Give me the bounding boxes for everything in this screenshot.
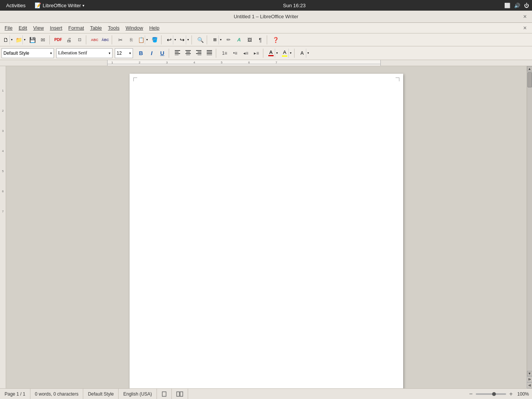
find-icon: 🔍: [197, 37, 204, 43]
print-preview-icon: ⊡: [78, 37, 81, 42]
undo-button[interactable]: ↩ ▾: [165, 35, 177, 45]
help-button[interactable]: ❓: [271, 35, 280, 45]
align-left-button[interactable]: [173, 48, 182, 58]
increase-indent-button[interactable]: ▸≡: [252, 48, 261, 58]
export-pdf-button[interactable]: PDF: [53, 35, 63, 45]
document-content[interactable]: [130, 74, 403, 370]
find-button[interactable]: 🔍: [195, 35, 205, 45]
char-style-arrow-icon: ▾: [306, 49, 310, 58]
autospellcheck-icon: ÃBC: [101, 38, 109, 42]
title-close-button[interactable]: ×: [521, 13, 529, 21]
bold-label: B: [139, 50, 143, 56]
autospellcheck-button[interactable]: ÃBC: [100, 35, 110, 45]
toolbar2-separator-2: [216, 49, 218, 58]
sidebar-collapse-button[interactable]: ⊳: [527, 376, 532, 382]
email-icon: ✉: [41, 37, 45, 43]
highlight-arrow-icon: ▾: [288, 49, 292, 58]
justify-button[interactable]: [204, 48, 214, 58]
character-style-icon: A: [298, 49, 306, 58]
scroll-down-button[interactable]: ▼: [527, 371, 532, 376]
draw-button[interactable]: ✏: [223, 35, 233, 45]
open-button[interactable]: 📁 ▾: [14, 35, 27, 45]
align-center-button[interactable]: [183, 48, 193, 58]
spellcheck-button[interactable]: ABC: [90, 35, 100, 45]
clone-format-button[interactable]: 🪣: [150, 35, 160, 45]
underline-button[interactable]: U: [157, 48, 167, 58]
print-button[interactable]: 🖨: [64, 35, 74, 45]
menu-format[interactable]: Format: [65, 24, 87, 32]
font-color-arrow-icon: ▾: [275, 49, 279, 58]
layout-single-icon[interactable]: [157, 389, 172, 399]
activities-button[interactable]: Activities: [3, 3, 28, 8]
svg-rect-18: [180, 392, 183, 396]
numbered-list-button[interactable]: 1≡: [220, 48, 230, 58]
print-preview-button[interactable]: ⊡: [74, 35, 84, 45]
app-name-button[interactable]: 📝 LibreOffice Writer ▾: [35, 2, 84, 8]
italic-button[interactable]: I: [147, 48, 157, 58]
frame-button[interactable]: 🖼: [245, 35, 255, 45]
zoom-slider[interactable]: [476, 393, 506, 395]
document-viewport[interactable]: [6, 66, 527, 388]
vertical-scrollbar[interactable]: ▲ ▼ ⊳ ⊲: [527, 66, 532, 388]
scroll-thumb[interactable]: [527, 72, 532, 87]
toolbar-separator-7: [267, 35, 269, 44]
table-button[interactable]: ⊞ ▾: [211, 35, 223, 45]
scroll-up-button[interactable]: ▲: [527, 66, 532, 71]
power-icon[interactable]: ⏻: [524, 3, 529, 8]
font-size-dropdown[interactable]: 12 ▾: [115, 48, 133, 58]
toolbar1: 🗋 ▾ 📁 ▾ 💾 ✉ PDF 🖨 ⊡ ABC ÃBC ✂ ⎘ 📋 ▾ 🪣: [0, 33, 532, 46]
bullet-list-icon: •≡: [233, 51, 237, 56]
decrease-indent-button[interactable]: ◂≡: [241, 48, 251, 58]
svg-rect-3: [175, 55, 179, 55]
align-right-button[interactable]: [194, 48, 204, 58]
character-style-button[interactable]: A ▾: [298, 48, 310, 58]
menu-view[interactable]: View: [30, 24, 47, 32]
svg-rect-5: [186, 52, 190, 52]
help-icon: ❓: [272, 37, 279, 43]
bullet-list-button[interactable]: •≡: [230, 48, 240, 58]
window-title: Untitled 1 – LibreOffice Writer: [234, 14, 298, 19]
copy-icon: ⎘: [130, 37, 133, 43]
new-button[interactable]: 🗋 ▾: [2, 35, 14, 45]
toolbar2: Default Style ▾ Liberation Serif ▾ 12 ▾ …: [0, 46, 532, 60]
toolbar-separator-2: [86, 35, 88, 44]
font-color-button[interactable]: A ▾: [267, 48, 279, 58]
svg-rect-12: [207, 50, 212, 51]
page-margin-corner-tl: [133, 78, 137, 81]
menu-insert[interactable]: Insert: [47, 24, 65, 32]
font-dropdown[interactable]: Liberation Serif ▾: [56, 48, 112, 58]
formatting-marks-button[interactable]: ¶: [255, 35, 265, 45]
paste-button[interactable]: 📋 ▾: [137, 35, 149, 45]
font-arrow-icon: ▾: [109, 51, 111, 55]
highlight-color-button[interactable]: A ▾: [280, 48, 293, 58]
menu-window[interactable]: Window: [122, 24, 146, 32]
layout-book-icon[interactable]: [172, 389, 188, 399]
fontwork-button[interactable]: A: [234, 35, 244, 45]
zoom-in-button[interactable]: +: [509, 391, 513, 397]
redo-button[interactable]: ↪ ▾: [178, 35, 190, 45]
menu-tools[interactable]: Tools: [105, 24, 122, 32]
copy-button[interactable]: ⎘: [126, 35, 136, 45]
sidebar-expand-button[interactable]: ⊲: [527, 382, 532, 388]
menu-edit[interactable]: Edit: [16, 24, 30, 32]
zoom-out-button[interactable]: −: [469, 391, 473, 397]
volume-icon[interactable]: 🔊: [514, 3, 520, 8]
email-button[interactable]: ✉: [38, 35, 48, 45]
menu-close-button[interactable]: ×: [521, 24, 529, 32]
menu-table[interactable]: Table: [87, 24, 105, 32]
table-arrow-icon: ▾: [218, 35, 222, 44]
scroll-track[interactable]: [527, 71, 532, 371]
print-icon: 🖨: [66, 37, 71, 43]
svg-rect-15: [207, 55, 212, 55]
toolbar2-separator-3: [263, 49, 265, 58]
menu-help[interactable]: Help: [146, 24, 163, 32]
screen-icon[interactable]: ⬜: [504, 3, 510, 8]
svg-rect-2: [175, 53, 180, 54]
menu-file[interactable]: File: [2, 24, 16, 32]
style-dropdown[interactable]: Default Style ▾: [2, 48, 54, 58]
cut-button[interactable]: ✂: [116, 35, 125, 45]
document-page[interactable]: [130, 74, 403, 388]
zoom-slider-thumb[interactable]: [492, 392, 496, 396]
bold-button[interactable]: B: [136, 48, 146, 58]
save-button[interactable]: 💾: [27, 35, 37, 45]
